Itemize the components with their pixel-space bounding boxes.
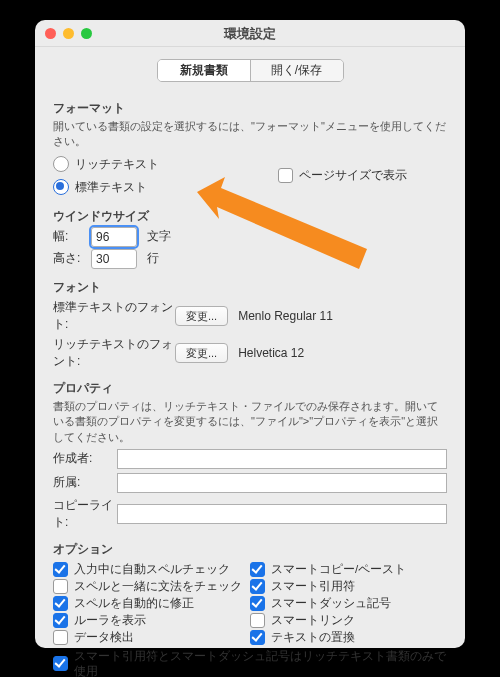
width-label: 幅: — [53, 228, 83, 245]
height-label: 高さ: — [53, 250, 83, 267]
checkbox-icon — [250, 579, 265, 594]
radio-rich-text[interactable]: リッチテキスト — [53, 156, 159, 173]
width-input[interactable]: 96 — [91, 227, 137, 247]
titlebar: 環境設定 — [35, 20, 465, 47]
option-checkbox[interactable]: 入力中に自動スペルチェック — [53, 562, 250, 577]
copyright-label: コピーライト: — [53, 497, 117, 531]
content: フォーマット 開いている書類の設定を選択するには、"フォーマット"メニューを使用… — [35, 82, 465, 677]
change-plain-font-button[interactable]: 変更... — [175, 306, 228, 326]
plain-font-value: Menlo Regular 11 — [238, 309, 333, 323]
option-checkbox[interactable]: スマート引用符 — [250, 579, 447, 594]
checkbox-label: データ検出 — [74, 630, 134, 645]
option-checkbox[interactable]: テキストの置換 — [250, 630, 447, 645]
height-unit: 行 — [147, 250, 159, 267]
radio-label: 標準テキスト — [75, 179, 147, 196]
options-heading: オプション — [53, 541, 447, 558]
checkbox-icon — [53, 630, 68, 645]
option-checkbox[interactable]: ルーラを表示 — [53, 613, 250, 628]
tab-open-save[interactable]: 開く/保存 — [250, 60, 343, 81]
org-label: 所属: — [53, 474, 117, 491]
properties-heading: プロパティ — [53, 380, 447, 397]
checkbox-icon — [53, 656, 68, 671]
checkbox-icon — [250, 596, 265, 611]
checkbox-icon — [278, 168, 293, 183]
options-grid: 入力中に自動スペルチェックスペルと一緒に文法をチェックスペルを自動的に修正ルーラ… — [53, 560, 447, 677]
format-heading: フォーマット — [53, 100, 447, 117]
change-rich-font-button[interactable]: 変更... — [175, 343, 228, 363]
checkbox-icon — [53, 596, 68, 611]
checkbox-label: 入力中に自動スペルチェック — [74, 562, 230, 577]
checkbox-icon — [250, 613, 265, 628]
tab-new-document[interactable]: 新規書類 — [158, 60, 250, 81]
option-checkbox[interactable]: データ検出 — [53, 630, 250, 645]
rich-font-label: リッチテキストのフォント: — [53, 336, 175, 370]
option-checkbox[interactable]: スペルを自動的に修正 — [53, 596, 250, 611]
checkbox-label: スマートリンク — [271, 613, 355, 628]
radio-label: リッチテキスト — [75, 156, 159, 173]
checkbox-page-size[interactable]: ページサイズで表示 — [278, 167, 407, 184]
width-unit: 文字 — [147, 228, 171, 245]
option-checkbox[interactable]: スマートダッシュ記号 — [250, 596, 447, 611]
checkbox-label: テキストの置換 — [271, 630, 355, 645]
checkbox-label: ルーラを表示 — [74, 613, 146, 628]
height-input[interactable]: 30 — [91, 249, 137, 269]
checkbox-label: スマートダッシュ記号 — [271, 596, 391, 611]
window-title: 環境設定 — [35, 25, 465, 43]
checkbox-label: スマートコピー/ペースト — [271, 562, 406, 577]
radio-icon — [53, 156, 69, 172]
copyright-input[interactable] — [117, 504, 447, 524]
checkbox-label: スペルを自動的に修正 — [74, 596, 194, 611]
radio-icon — [53, 179, 69, 195]
rich-font-value: Helvetica 12 — [238, 346, 304, 360]
author-label: 作成者: — [53, 450, 117, 467]
option-checkbox[interactable]: スマートリンク — [250, 613, 447, 628]
option-checkbox[interactable]: スペルと一緒に文法をチェック — [53, 579, 250, 594]
checkbox-icon — [250, 562, 265, 577]
checkbox-label: スマート引用符 — [271, 579, 355, 594]
org-input[interactable] — [117, 473, 447, 493]
tabs: 新規書類 開く/保存 — [35, 59, 465, 82]
format-description: 開いている書類の設定を選択するには、"フォーマット"メニューを使用してください。 — [53, 119, 447, 150]
preferences-window: 環境設定 新規書類 開く/保存 フォーマット 開いている書類の設定を選択するには… — [35, 20, 465, 648]
plain-font-label: 標準テキストのフォント: — [53, 299, 175, 333]
option-checkbox[interactable]: スマートコピー/ペースト — [250, 562, 447, 577]
author-input[interactable] — [117, 449, 447, 469]
checkbox-icon — [250, 630, 265, 645]
properties-description: 書類のプロパティは、リッチテキスト・ファイルでのみ保存されます。開いている書類の… — [53, 399, 447, 445]
checkbox-icon — [53, 579, 68, 594]
checkbox-label: スマート引用符とスマートダッシュ記号はリッチテキスト書類のみで使用 — [74, 649, 447, 677]
option-checkbox[interactable]: スマート引用符とスマートダッシュ記号はリッチテキスト書類のみで使用 — [53, 649, 447, 677]
checkbox-icon — [53, 562, 68, 577]
checkbox-label: スペルと一緒に文法をチェック — [74, 579, 242, 594]
checkbox-icon — [53, 613, 68, 628]
font-heading: フォント — [53, 279, 447, 296]
checkbox-label: ページサイズで表示 — [299, 167, 407, 184]
radio-plain-text[interactable]: 標準テキスト — [53, 179, 159, 196]
window-size-heading: ウインドウサイズ — [53, 208, 447, 225]
